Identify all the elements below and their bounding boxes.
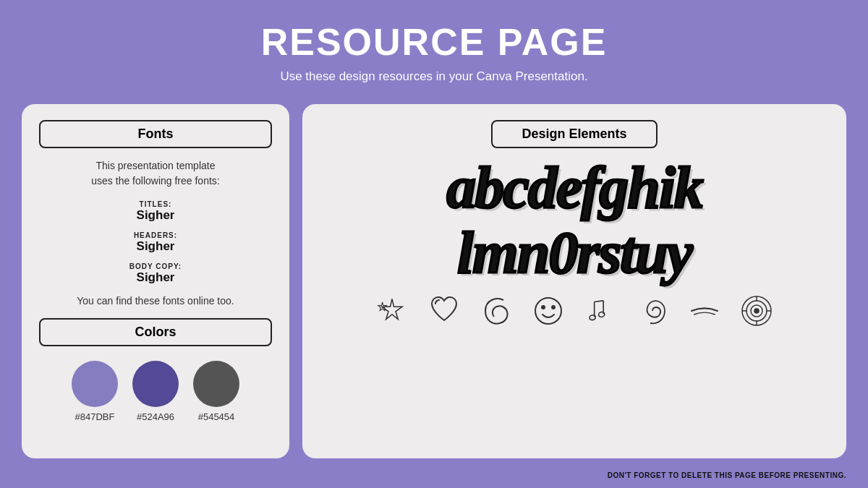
font-entry-titles: TITLES: Sigher	[39, 200, 272, 223]
color-hex-3: #545454	[198, 411, 235, 422]
svg-line-7	[595, 301, 604, 302]
font-label-titles: TITLES:	[39, 200, 272, 208]
color-hex-1: #847DBF	[75, 411, 115, 422]
right-panel: Design Elements abcdefghik lmn0rstuy	[302, 104, 846, 458]
svg-point-13	[754, 309, 759, 313]
page-subtitle: Use these design resources in your Canva…	[0, 69, 868, 84]
svg-point-8	[589, 314, 596, 321]
left-panel: Fonts This presentation templateuses the…	[22, 104, 289, 458]
spiral-icon	[634, 293, 671, 329]
page-header: RESOURCE PAGE Use these design resources…	[0, 0, 868, 91]
svg-point-4	[552, 306, 555, 309]
content-area: Fonts This presentation templateuses the…	[0, 104, 868, 458]
font-label-body: BODY COPY:	[39, 262, 272, 270]
color-swatches: #847DBF #524A96 #545454	[39, 361, 272, 422]
font-label-headers: HEADERS:	[39, 231, 272, 239]
font-name-headers: Sigher	[39, 239, 272, 254]
color-circle-3	[193, 361, 239, 407]
stars-icon	[374, 293, 410, 329]
colors-section-label: Colors	[39, 318, 272, 346]
svg-point-2	[535, 298, 561, 324]
swirl-c-icon	[478, 293, 514, 329]
find-fonts-text: You can find these fonts online too.	[39, 295, 272, 307]
footer-note: DON'T FORGET TO DELETE THIS PAGE BEFORE …	[608, 471, 846, 479]
svg-point-9	[598, 312, 605, 318]
swoosh-icon	[686, 293, 723, 329]
vinyl-record-icon	[739, 293, 775, 329]
font-name-titles: Sigher	[39, 208, 272, 223]
alphabet-row-1: abcdefghik	[446, 155, 702, 221]
color-circle-2	[132, 361, 179, 407]
svg-point-3	[542, 306, 545, 309]
color-hex-2: #524A96	[137, 411, 174, 422]
color-circle-1	[72, 361, 118, 407]
color-swatch-1: #847DBF	[72, 361, 118, 422]
music-notes-icon	[582, 293, 618, 329]
smiley-icon	[530, 293, 566, 329]
font-entry-headers: HEADERS: Sigher	[39, 231, 272, 254]
color-swatch-2: #524A96	[132, 361, 179, 422]
page-title: RESOURCE PAGE	[0, 20, 868, 64]
fonts-description: This presentation templateuses the follo…	[39, 158, 272, 189]
fonts-section-label: Fonts	[39, 120, 272, 148]
font-name-body: Sigher	[39, 270, 272, 285]
color-swatch-3: #545454	[193, 361, 239, 422]
heart-icon	[426, 293, 462, 329]
design-elements-label: Design Elements	[491, 120, 657, 148]
doodle-icons-row	[374, 293, 775, 329]
font-entry-body: BODY COPY: Sigher	[39, 262, 272, 285]
alphabet-row-2: lmn0rstuy	[457, 221, 692, 286]
